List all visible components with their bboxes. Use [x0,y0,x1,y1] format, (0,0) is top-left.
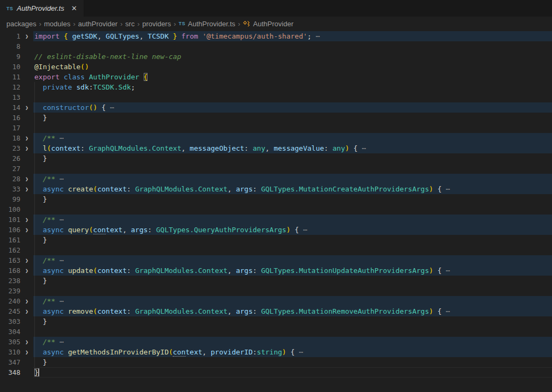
folded-code-ellipsis[interactable]: ⋯ [55,256,64,264]
folded-code-ellipsis[interactable]: ⋯ [358,144,366,152]
code-line-162: 162 [0,245,552,255]
code-line-content[interactable] [33,204,552,215]
code-line-content[interactable]: } [33,316,552,327]
code-line-content[interactable]: /** ⋯ [33,174,552,184]
code-token: any [333,144,345,152]
code-line-content[interactable]: } [33,367,552,378]
code-editor[interactable]: 1❯import { getSDK, GQLTypes, TCSDK } fro… [0,31,552,392]
folded-code-ellipsis[interactable]: ⋯ [295,348,303,356]
folded-code-ellipsis[interactable]: ⋯ [441,307,450,315]
fold-chevron-icon[interactable]: ❯ [20,174,33,184]
folded-code-ellipsis[interactable]: ⋯ [55,216,64,224]
code-line-content[interactable] [33,123,552,133]
fold-chevron-icon[interactable]: ❯ [20,306,33,316]
line-number: 163 [0,255,20,265]
code-line-99: 99 } [0,194,552,204]
folded-code-ellipsis[interactable]: ⋯ [106,103,114,112]
fold-gutter-spacer [20,153,33,164]
folded-code-ellipsis[interactable]: ⋯ [55,134,64,142]
fold-chevron-icon[interactable]: ❯ [20,133,33,143]
fold-chevron-icon[interactable]: ❯ [20,296,33,306]
code-line-content[interactable]: async create(context: GraphQLModules.Con… [33,184,552,194]
editor-gutter: 23❯ [0,143,33,153]
code-line-content[interactable]: async query(context, args: GQLTypes.Quer… [33,225,552,235]
line-number: 12 [0,82,20,92]
fold-chevron-icon[interactable]: ❯ [20,225,33,235]
fold-chevron-icon[interactable]: ❯ [20,102,33,113]
code-line-content[interactable]: // eslint-disable-next-line new-cap [33,51,552,62]
code-line-content[interactable] [33,92,552,102]
code-line-content[interactable] [33,245,552,255]
folded-code-ellipsis[interactable]: ⋯ [441,267,450,275]
breadcrumb-item-src[interactable]: src [126,20,135,28]
fold-chevron-icon[interactable]: ❯ [20,337,33,347]
code-line-content[interactable]: constructor() { ⋯ [33,102,552,113]
code-token: : [127,185,135,193]
code-line-content[interactable]: private sdk:TCSDK.Sdk; [33,82,552,92]
folded-code-ellipsis[interactable]: ⋯ [55,175,64,183]
code-token: } [34,114,47,122]
code-line-content[interactable]: export class AuthProvider { [33,72,552,82]
breadcrumb-item-providers[interactable]: providers [142,20,171,28]
breadcrumb-item-authprovider[interactable]: AuthProvider [243,20,293,28]
tab-authprovider-ts[interactable]: TS AuthProvider.ts ✕ [0,0,84,17]
code-line-content[interactable]: } [33,153,552,164]
code-token: async [34,226,68,234]
fold-gutter-spacer [20,72,33,82]
code-line-content[interactable] [33,327,552,337]
code-line-content[interactable]: async update(context: GraphQLModules.Con… [33,265,552,276]
code-line-content[interactable]: /** ⋯ [33,337,552,347]
code-line-305: 305❯ /** ⋯ [0,337,552,347]
breadcrumb-item-authprovider[interactable]: authProvider [78,20,117,28]
code-line-content[interactable]: async remove(context: GraphQLModules.Con… [33,306,552,316]
code-line-content[interactable]: /** ⋯ [33,255,552,265]
line-number: 303 [0,316,20,327]
folded-code-ellipsis[interactable]: ⋯ [299,226,307,234]
code-token: } [34,368,39,376]
code-line-content[interactable]: /** ⋯ [33,133,552,143]
breadcrumb-label: modules [44,20,70,28]
folded-code-ellipsis[interactable]: ⋯ [312,32,320,40]
code-line-content[interactable]: } [33,113,552,123]
code-line-content[interactable]: async getMethodsInProviderByID(context, … [33,347,552,357]
code-line-content[interactable]: } [33,235,552,245]
breadcrumb-item-packages[interactable]: packages [6,20,36,28]
code-line-content[interactable]: } [33,194,552,204]
code-line-content[interactable]: } [33,276,552,286]
fold-chevron-icon[interactable]: ❯ [20,184,33,194]
code-line-content[interactable]: @Injectable() [33,62,552,72]
fold-chevron-icon[interactable]: ❯ [20,265,33,276]
line-number: 16 [0,113,20,123]
code-line-content[interactable] [33,41,552,51]
close-tab-icon[interactable]: ✕ [71,4,77,12]
code-line-content[interactable]: } [33,357,552,367]
code-line-content[interactable] [33,164,552,174]
code-token: { [433,267,442,275]
code-line-content[interactable]: l(context: GraphQLModules.Context, messa… [33,143,552,153]
code-token: async [34,267,68,275]
folded-code-ellipsis[interactable]: ⋯ [55,297,64,305]
fold-chevron-icon[interactable]: ❯ [20,347,33,357]
folded-code-ellipsis[interactable]: ⋯ [55,338,64,346]
fold-chevron-icon[interactable]: ❯ [20,31,33,41]
code-line-content[interactable]: /** ⋯ [33,215,552,225]
code-line-content[interactable]: import { getSDK, GQLTypes, TCSDK } from … [33,31,552,41]
fold-chevron-icon[interactable]: ❯ [20,215,33,225]
line-number: 13 [0,92,20,102]
code-line-content[interactable] [33,286,552,296]
breadcrumb-item-authprovider-ts[interactable]: TSAuthProvider.ts [179,20,235,28]
fold-gutter-spacer [20,41,33,51]
fold-gutter-spacer [20,357,33,367]
code-token: GQLTypes.MutationUpdateAuthProvidersArgs [261,267,429,275]
code-token: GraphQLModules.Context [89,144,181,152]
code-line-content[interactable]: /** ⋯ [33,296,552,306]
breadcrumb-item-modules[interactable]: modules [44,20,70,28]
fold-chevron-icon[interactable]: ❯ [20,143,33,153]
folded-code-ellipsis[interactable]: ⋯ [441,185,450,193]
code-token: } [34,236,47,244]
code-token: : [253,185,261,193]
fold-chevron-icon[interactable]: ❯ [20,255,33,265]
code-token: providerID [211,348,253,356]
indent-guide [34,327,35,337]
line-number: 100 [0,204,20,215]
